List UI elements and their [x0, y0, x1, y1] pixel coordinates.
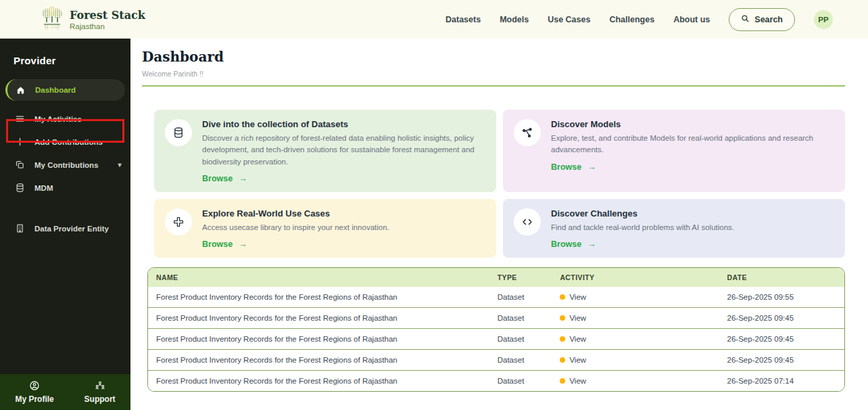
cell-type: Dataset: [489, 370, 552, 391]
card-title: Discover Models: [551, 119, 833, 129]
cell-type: Dataset: [489, 287, 552, 307]
cell-activity: View: [552, 307, 719, 328]
card-description: Find and tackle real-world problems with…: [551, 222, 734, 233]
sidebar-item-label: Add Contributions: [34, 138, 103, 146]
cell-type: Dataset: [489, 349, 552, 370]
table-row[interactable]: Forest Product Inventory Records for the…: [148, 328, 844, 349]
card-description: Discover a rich repository of forest-rel…: [202, 133, 484, 168]
cell-activity: View: [552, 287, 719, 307]
search-button[interactable]: Search: [729, 8, 795, 31]
cell-type: Dataset: [489, 307, 552, 328]
cell-date: 26-Sep-2025 09:45: [719, 349, 844, 370]
chevron-down-icon[interactable]: ▾: [118, 161, 122, 168]
nav-about-us[interactable]: About us: [673, 15, 710, 24]
plus-icon: [14, 137, 26, 147]
sidebar-item-my-contributions[interactable]: My Contributions ▾: [5, 156, 125, 174]
arrow-right-icon: →: [239, 174, 247, 183]
cell-name: Forest Product Inventory Records for the…: [148, 307, 489, 328]
cell-name: Forest Product Inventory Records for the…: [148, 328, 489, 349]
challenges-icon: [514, 208, 541, 235]
database-icon: [14, 183, 26, 193]
avatar-initials: PP: [818, 16, 828, 24]
use-cases-icon: [165, 208, 192, 235]
cell-date: 26-Sep-2025 09:55: [719, 287, 844, 307]
sidebar-item-label: MDM: [34, 184, 53, 192]
divider: [142, 85, 845, 87]
card-description: Explore, test, and contribute Models for…: [551, 133, 833, 156]
table-row[interactable]: Forest Product Inventory Records for the…: [148, 349, 844, 370]
card-title: Discover Challenges: [551, 208, 734, 219]
sidebar-item-label: Dashboard: [35, 86, 76, 94]
card-models: Discover Models Explore, test, and contr…: [503, 110, 845, 192]
copy-icon: [14, 160, 26, 170]
recent-activity-table: NAME TYPE ACTIVITY DATE Forest Product I…: [147, 267, 845, 392]
support-button[interactable]: Support: [85, 380, 116, 404]
sidebar-item-add-contributions[interactable]: Add Contributions: [5, 133, 125, 151]
feature-cards: Dive into the collection of Datasets Dis…: [154, 110, 845, 258]
card-description: Access usecase library to inspire your n…: [202, 222, 389, 233]
cell-type: Dataset: [489, 328, 552, 349]
cell-name: Forest Product Inventory Records for the…: [148, 370, 489, 391]
sidebar-item-label: My Activities: [34, 115, 82, 123]
main-content: Dashboard Welcome Parinith !! Dive into …: [130, 39, 868, 410]
cell-date: 26-Sep-2025 09:45: [719, 328, 844, 349]
card-title: Explore Real-World Use Cases: [202, 208, 389, 219]
my-profile-label: My Profile: [15, 394, 53, 404]
support-icon: [95, 380, 105, 393]
search-icon: [741, 14, 750, 25]
table-row[interactable]: Forest Product Inventory Records for the…: [148, 307, 844, 328]
cell-activity: View: [552, 328, 719, 349]
column-header-date: DATE: [719, 268, 844, 287]
welcome-text: Welcome Parinith !!: [142, 70, 845, 78]
list-icon: [14, 114, 26, 124]
browse-use-cases-link[interactable]: Browse→: [202, 240, 247, 249]
page-title: Dashboard: [142, 49, 845, 65]
cell-name: Forest Product Inventory Records for the…: [148, 349, 489, 370]
sidebar-item-label: Data Provider Entity: [34, 225, 109, 233]
column-header-name: NAME: [148, 268, 489, 287]
column-header-activity: ACTIVITY: [552, 268, 719, 287]
cell-date: 26-Sep-2025 07:14: [719, 370, 844, 391]
activity-dot-icon: [560, 357, 565, 363]
top-header: Forest Stack Rajasthan Datasets Models U…: [0, 0, 868, 39]
activity-dot-icon: [560, 378, 565, 384]
profile-icon: [29, 380, 40, 393]
sidebar-item-dashboard[interactable]: Dashboard: [5, 79, 125, 101]
table-header-row: NAME TYPE ACTIVITY DATE: [148, 268, 844, 287]
card-title: Dive into the collection of Datasets: [202, 119, 484, 129]
table-row[interactable]: Forest Product Inventory Records for the…: [148, 370, 844, 391]
arrow-right-icon: →: [587, 162, 596, 172]
my-profile-button[interactable]: My Profile: [15, 380, 53, 404]
sidebar-heading: Provider: [0, 39, 130, 66]
sidebar: Provider Dashboard My Activities Add Con…: [0, 39, 130, 410]
avatar[interactable]: PP: [814, 10, 833, 29]
activity-dot-icon: [560, 294, 565, 300]
brand-subtitle: Rajasthan: [70, 22, 145, 30]
nav-datasets[interactable]: Datasets: [445, 15, 481, 24]
datasets-icon: [165, 119, 192, 146]
activity-dot-icon: [560, 315, 565, 321]
support-label: Support: [85, 394, 116, 404]
brand-title: Forest Stack: [70, 9, 145, 22]
sidebar-item-data-provider-entity[interactable]: Data Provider Entity: [5, 219, 125, 237]
home-icon: [15, 85, 26, 95]
browse-datasets-link[interactable]: Browse→: [202, 174, 247, 183]
browse-challenges-link[interactable]: Browse→: [551, 240, 596, 249]
sidebar-item-label: My Contributions: [34, 161, 99, 169]
arrow-right-icon: →: [239, 240, 247, 249]
table-row[interactable]: Forest Product Inventory Records for the…: [148, 287, 844, 307]
browse-models-link[interactable]: Browse→: [551, 162, 596, 172]
nav-models[interactable]: Models: [500, 15, 529, 24]
activity-dot-icon: [560, 336, 565, 342]
nav-challenges[interactable]: Challenges: [609, 15, 654, 24]
forest-stack-logo-icon: [41, 6, 64, 33]
building-icon: [14, 223, 26, 233]
card-challenges: Discover Challenges Find and tackle real…: [503, 199, 845, 258]
models-icon: [514, 119, 541, 146]
nav-use-cases[interactable]: Use Cases: [548, 15, 590, 24]
card-use-cases: Explore Real-World Use Cases Access usec…: [154, 199, 496, 258]
sidebar-item-mdm[interactable]: MDM: [5, 179, 125, 197]
sidebar-item-my-activities[interactable]: My Activities: [5, 110, 125, 128]
cell-date: 26-Sep-2025 09:45: [719, 307, 844, 328]
cell-activity: View: [552, 349, 719, 370]
